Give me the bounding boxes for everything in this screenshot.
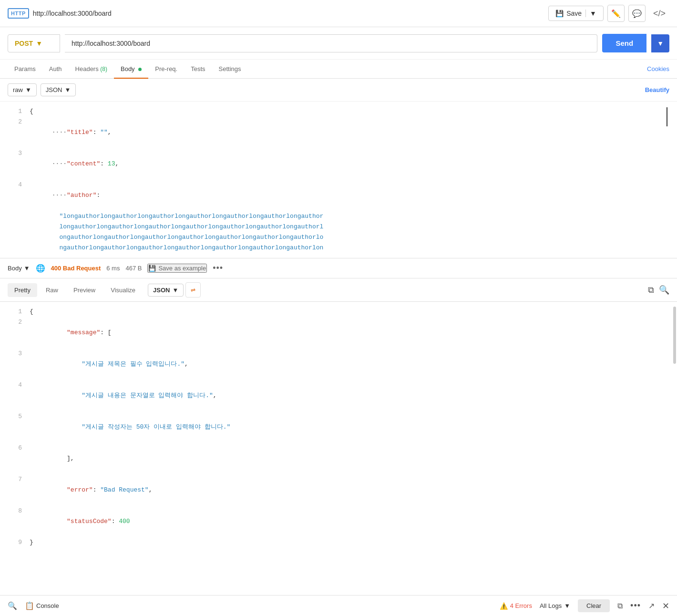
save-chevron-icon[interactable]: ▼: [585, 10, 596, 17]
copy-response-button[interactable]: ⧉: [648, 285, 654, 295]
body-chevron-icon: ▼: [24, 265, 30, 272]
error-icon: ⚠️: [500, 602, 508, 610]
req-line-5: "longauthorlongauthorlongauthorlongautho…: [0, 211, 677, 222]
globe-icon: 🌐: [36, 264, 45, 273]
bottom-search-icon: 🔍: [8, 601, 17, 610]
method-label: POST: [15, 40, 33, 47]
json-format-select[interactable]: JSON ▼: [41, 83, 76, 96]
wrap-button[interactable]: ⇌: [185, 282, 201, 298]
method-chevron-icon: ▼: [36, 40, 42, 47]
raw-select[interactable]: raw ▼: [8, 83, 37, 96]
errors-count: 4 Errors: [510, 602, 532, 609]
wrap-icon: ⇌: [191, 287, 195, 293]
clear-button[interactable]: Clear: [578, 599, 610, 612]
resp-line-3: 3 "게시글 제목은 필수 입력입니다.",: [0, 349, 677, 380]
save-button[interactable]: 💾 Save ▼: [548, 6, 604, 21]
resp-format-chevron-icon: ▼: [172, 287, 178, 294]
resp-tab-visualize[interactable]: Visualize: [104, 283, 142, 297]
resp-line-1: 1 {: [0, 307, 677, 317]
save-example-icon: 💾: [148, 265, 156, 272]
resp-tab-raw[interactable]: Raw: [39, 283, 65, 297]
search-icon: 🔍: [659, 285, 669, 295]
tab-body[interactable]: Body: [114, 60, 148, 78]
resp-tab-preview[interactable]: Preview: [67, 283, 102, 297]
body-dot: [138, 68, 142, 71]
req-line-1: 1 {: [0, 106, 677, 117]
comment-icon: 💬: [632, 9, 642, 18]
console-button[interactable]: 📋 Console: [25, 601, 59, 610]
req-line-2: 2 ····"title": "",: [0, 117, 677, 148]
response-body-label[interactable]: Body ▼: [8, 265, 30, 272]
copy-icon: ⧉: [648, 285, 654, 295]
cookies-button[interactable]: Cookies: [647, 65, 669, 72]
resp-line-8: 8 "statusCode": 400: [0, 506, 677, 537]
tab-headers[interactable]: Headers (8): [69, 60, 114, 78]
save-icon: 💾: [555, 10, 564, 17]
header-url: http://localhost:3000/board: [33, 10, 544, 17]
editor-scrollbar-track: [667, 107, 667, 126]
bottom-bar: 🔍 📋 Console ⚠️ 4 Errors All Logs ▼ Clear…: [0, 595, 677, 616]
req-line-4: 4 ····"author":: [0, 180, 677, 211]
tab-params[interactable]: Params: [8, 60, 42, 78]
all-logs-button[interactable]: All Logs ▼: [540, 602, 570, 609]
send-chevron-button[interactable]: ▼: [651, 34, 669, 52]
tab-tests[interactable]: Tests: [184, 60, 212, 78]
resp-line-9: 9 }: [0, 537, 677, 548]
header-bar: HTTP http://localhost:3000/board 💾 Save …: [0, 0, 677, 27]
resp-format-select[interactable]: JSON ▼: [148, 284, 184, 297]
code-button[interactable]: </>: [649, 7, 669, 21]
save-example-button[interactable]: 💾 Save as example: [147, 264, 207, 273]
resp-line-7: 7 "error": "Bad Request",: [0, 474, 677, 506]
json-label: JSON: [46, 86, 62, 93]
save-label: Save: [566, 10, 582, 17]
response-size: 467 B: [125, 265, 142, 272]
response-status-bar: Body ▼ 🌐 400 Bad Request 6 ms 467 B 💾 Sa…: [0, 258, 677, 278]
raw-chevron-icon: ▼: [25, 86, 31, 93]
method-select[interactable]: POST ▼: [8, 34, 60, 52]
req-line-8: ngauthorlongauthorlongauthorlongauthorlo…: [0, 243, 677, 253]
bottom-expand-button[interactable]: ↗: [648, 601, 655, 610]
header-actions: 💾 Save ▼ ✏️ 💬 </>: [548, 5, 669, 22]
errors-badge: ⚠️ 4 Errors: [500, 602, 532, 610]
tabs-bar: Params Auth Headers (8) Body Pre-req. Te…: [0, 60, 677, 79]
comment-button[interactable]: 💬: [628, 5, 646, 22]
response-more-button[interactable]: •••: [213, 263, 223, 273]
raw-label: raw: [13, 86, 23, 93]
response-body-editor: 1 { 2 "message": [ 3 "게시글 제목은 필수 입력입니다."…: [0, 302, 677, 553]
url-input[interactable]: [65, 34, 597, 52]
request-bar: POST ▼ Send ▼: [0, 27, 677, 60]
code-icon: </>: [653, 9, 666, 18]
request-body-editor: 1 { 2 ····"title": "", 3 ····"content": …: [0, 102, 677, 258]
response-time: 6 ms: [106, 265, 120, 272]
edit-button[interactable]: ✏️: [607, 5, 625, 22]
json-chevron-icon: ▼: [65, 86, 71, 93]
tab-auth[interactable]: Auth: [42, 60, 69, 78]
send-button[interactable]: Send: [602, 34, 646, 52]
headers-badge: (8): [100, 66, 107, 72]
response-tabs-bar: Pretty Raw Preview Visualize JSON ▼ ⇌ ⧉ …: [0, 278, 677, 302]
bottom-close-button[interactable]: ✕: [662, 601, 669, 611]
response-action-buttons: ⧉ 🔍: [648, 285, 669, 295]
all-logs-label: All Logs: [540, 602, 562, 609]
search-response-button[interactable]: 🔍: [659, 285, 669, 295]
bottom-more-button[interactable]: •••: [630, 601, 641, 611]
console-label: Console: [36, 602, 59, 609]
resp-format-label: JSON: [153, 287, 170, 294]
resp-line-4: 4 "게시글 내용은 문자열로 입력해야 합니다.",: [0, 380, 677, 411]
bottom-search-button[interactable]: 🔍: [8, 601, 17, 610]
tab-prereq[interactable]: Pre-req.: [148, 60, 184, 78]
bottom-copy-icon: ⧉: [617, 602, 623, 610]
beautify-button[interactable]: Beautify: [645, 86, 669, 93]
console-icon: 📋: [25, 601, 34, 610]
tab-settings[interactable]: Settings: [212, 60, 248, 78]
resp-tab-pretty[interactable]: Pretty: [8, 283, 37, 297]
status-badge: 400 Bad Request: [51, 265, 101, 272]
response-scrollbar[interactable]: [673, 307, 676, 364]
bottom-copy-button[interactable]: ⧉: [617, 602, 623, 610]
all-logs-chevron-icon: ▼: [564, 602, 570, 609]
edit-icon: ✏️: [611, 9, 621, 18]
resp-line-2: 2 "message": [: [0, 317, 677, 349]
resp-line-6: 6 ],: [0, 443, 677, 474]
http-badge: HTTP: [8, 8, 29, 19]
req-line-6: longauthorlongauthorlongauthorlongauthor…: [0, 222, 677, 232]
